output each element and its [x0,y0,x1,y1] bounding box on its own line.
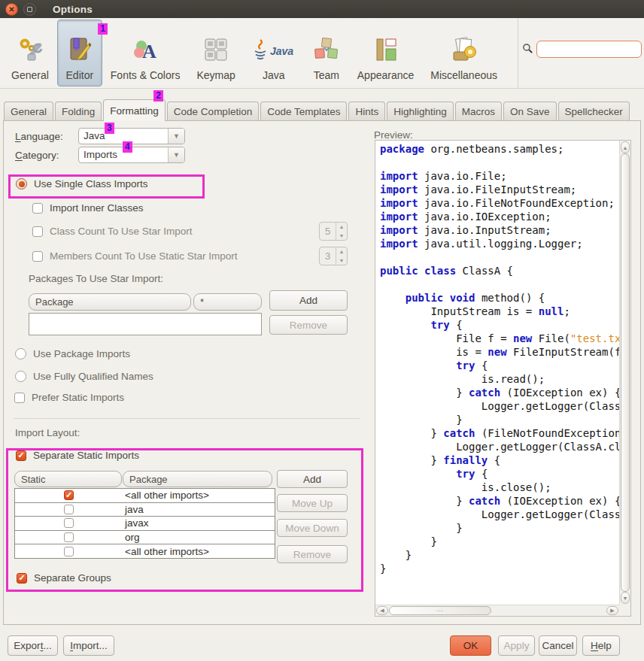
tab-on-save[interactable]: On Save [503,102,557,121]
spinner-arrows[interactable]: ▲▼ [336,223,347,240]
prefer-static-imports-checkbox[interactable]: Prefer Static Imports [14,392,124,403]
table-row[interactable]: <all other imports> [15,489,275,503]
tab-formatting[interactable]: Formatting2 [103,99,166,121]
vertical-scrollbar[interactable]: ▲ ▼ [619,141,630,605]
add-import-rule-button[interactable]: Add [277,470,348,488]
toolbar-item-appearance[interactable]: Appearance [349,20,423,86]
row-static-checkbox[interactable] [64,532,74,542]
miscellaneous-icon [450,35,478,65]
code-line: } [380,413,619,426]
separate-static-imports-checkbox[interactable]: Separate Static Imports [16,450,139,461]
class-count-checkbox[interactable]: Class Count To Use Star Import [32,226,193,237]
code-line: public void method() { [380,291,619,305]
radio-icon[interactable] [15,371,26,382]
tab-label: General [11,106,47,117]
ok-button[interactable]: OK [450,635,491,656]
table-row[interactable]: <all other imports> [15,544,275,558]
table-row[interactable]: org [15,531,275,545]
annotation-badge: 3 [105,123,114,134]
horizontal-scrollbar[interactable]: ◀ ⋯ ▶ [375,605,619,616]
use-single-class-imports-radio[interactable]: Use Single Class Imports [16,178,148,190]
toolbar-item-general[interactable]: General [3,20,57,86]
table-row[interactable]: javax [15,517,275,531]
help-button[interactable]: Help [582,635,620,656]
table-row[interactable]: java [15,503,275,517]
checkbox-icon[interactable] [14,393,25,403]
scroll-left-icon[interactable]: ◀ [376,606,388,615]
import-button[interactable]: Import... [63,635,114,656]
scroll-up-icon[interactable]: ▲ [621,141,630,153]
star-column-header[interactable]: * [193,293,262,311]
tab-code-completion[interactable]: Code Completion [167,102,259,121]
package-order-column-header[interactable]: Package [123,471,272,487]
row-static-checkbox[interactable] [64,490,74,500]
svg-text:A: A [142,41,156,62]
separate-groups-checkbox[interactable]: Separate Groups [17,572,111,584]
vertical-scroll-thumb[interactable] [621,153,630,592]
checkbox-icon[interactable] [17,573,27,584]
class-count-spinner[interactable]: 5 ▲▼ [319,222,348,241]
tab-highlighting[interactable]: Highlighting [387,102,454,121]
formatting-panel: Language: Java ▼ 3 Category: Imports ▼ 4… [3,120,641,625]
search-input[interactable] [536,41,642,58]
import-inner-classes-checkbox[interactable]: Import Inner Classes [32,202,144,214]
radio-icon[interactable] [16,178,27,190]
scroll-down-icon[interactable]: ▼ [621,592,630,604]
move-down-button[interactable]: Move Down [277,519,348,537]
star-import-list[interactable] [29,313,262,335]
row-static-checkbox[interactable] [64,518,74,528]
checkbox-icon[interactable] [32,226,43,237]
tab-label: Spellchecker [565,106,623,117]
tab-folding[interactable]: Folding [55,102,102,121]
toolbar-item-editor[interactable]: Editor1 [57,20,102,86]
apply-button[interactable]: Apply [498,635,535,656]
code-line: try { [380,359,619,372]
tab-spellchecker[interactable]: Spellchecker [558,102,630,121]
remove-import-rule-button[interactable]: Remove [277,545,348,563]
spinner-arrows[interactable]: ▲▼ [336,247,347,265]
members-count-spinner[interactable]: 3 ▲▼ [319,247,348,265]
export-button[interactable]: Export... [8,635,58,656]
window-maximize-button[interactable] [23,3,36,16]
chevron-down-icon[interactable]: ▼ [168,129,184,144]
use-package-imports-radio[interactable]: Use Package Imports [15,348,130,359]
checkbox-icon[interactable] [32,251,43,262]
cancel-button[interactable]: Cancel [539,635,577,656]
row-static-checkbox[interactable] [64,505,74,514]
toolbar-item-keymap[interactable]: Keymap [188,20,243,86]
packages-star-import-label: Packages To Use Star Import: [29,273,163,284]
preview-pane: package org.netbeans.samples; import jav… [375,140,631,617]
toolbar-item-java[interactable]: JavaJava [244,20,304,86]
static-column-header[interactable]: Static [14,471,122,487]
chevron-down-icon[interactable]: ▼ [168,147,184,162]
toolbar-item-team[interactable]: Team [304,20,349,86]
tab-hints[interactable]: Hints [348,102,385,121]
options-dialog: { "window": { "title": "Options" }, "too… [0,0,644,661]
import-order-table-body: <all other imports>javajavaxorg<all othe… [14,488,275,559]
horizontal-scroll-thumb[interactable]: ⋯ [389,606,491,615]
checkbox-icon[interactable] [16,450,26,461]
radio-icon[interactable] [15,348,26,359]
move-up-button[interactable]: Move Up [277,494,348,512]
preview-code: package org.netbeans.samples; import jav… [375,141,619,605]
tab-macros[interactable]: Macros [455,102,502,121]
use-fully-qualified-radio[interactable]: Use Fully Qualified Names [15,371,153,382]
scroll-right-icon[interactable]: ▶ [606,606,618,615]
remove-star-import-button[interactable]: Remove [269,315,348,335]
toolbar-item-fonts-colors[interactable]: AFonts & Colors [102,20,189,86]
tab-general[interactable]: General [4,102,53,121]
add-star-import-button[interactable]: Add [269,290,348,311]
members-count-checkbox[interactable]: Members Count To Use Static Star Import [32,250,238,262]
tab-code-templates[interactable]: Code Templates [260,102,347,121]
window-close-button[interactable]: ✕ [5,3,18,16]
toolbar-item-label: General [11,69,49,81]
package-column-header[interactable]: Package [29,293,191,311]
code-line: try { [380,467,619,481]
code-line: } catch (IOException ex) { [380,494,619,508]
checkbox-icon[interactable] [32,203,43,214]
toolbar-separator [518,18,518,88]
row-static-checkbox[interactable] [64,547,74,556]
code-line: } [380,548,619,562]
toolbar-item-label: Editor [66,69,94,81]
toolbar-item-miscellaneous[interactable]: Miscellaneous [422,20,506,86]
